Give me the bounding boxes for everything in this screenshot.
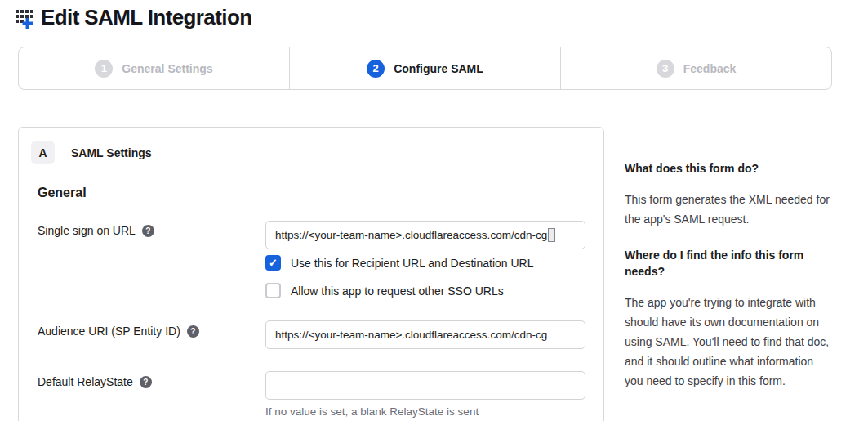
audience-uri-label: Audience URI (SP Entity ID) ? <box>38 325 199 338</box>
sidebar-heading-what: What does this form do? <box>625 160 832 177</box>
sidebar-body-where: The app you're trying to integrate with … <box>625 293 832 391</box>
unchecked-checkbox-icon[interactable] <box>265 283 281 298</box>
input-value: https://<your-team-name>.cloudflareacces… <box>275 229 547 241</box>
other-sso-urls-checkbox-row[interactable]: Allow this app to request other SSO URLs <box>265 283 504 298</box>
default-relaystate-label: Default RelayState ? <box>38 375 152 388</box>
help-icon[interactable]: ? <box>140 376 152 388</box>
section-title: SAML Settings <box>71 146 152 159</box>
section-a-badge: A <box>31 141 55 164</box>
sidebar-body-what: This form generates the XML needed for t… <box>625 190 832 229</box>
step-number-badge: 2 <box>367 60 385 78</box>
step-feedback[interactable]: 3 Feedback <box>560 47 831 89</box>
help-icon[interactable]: ? <box>142 225 154 237</box>
field-label-text: Single sign on URL <box>38 224 136 237</box>
section-header: A SAML Settings <box>31 141 152 164</box>
app-grid-plus-icon <box>15 7 36 29</box>
checkbox-label: Allow this app to request other SSO URLs <box>291 284 504 298</box>
step-number-badge: 1 <box>95 60 113 78</box>
help-sidebar: What does this form do? This form genera… <box>625 160 832 409</box>
text-cursor <box>548 228 555 242</box>
edit-saml-integration-page: Edit SAML Integration 1 General Settings… <box>0 0 868 421</box>
wizard-stepper: 1 General Settings 2 Configure SAML 3 Fe… <box>18 47 832 90</box>
default-relaystate-input[interactable] <box>265 371 585 400</box>
single-sign-on-url-input[interactable]: https://<your-team-name>.cloudflareacces… <box>265 221 585 249</box>
checked-checkbox-icon[interactable]: ✓ <box>265 255 281 271</box>
help-icon[interactable]: ? <box>187 325 199 338</box>
relaystate-note: If no value is set, a blank RelayState i… <box>265 405 479 418</box>
recipient-url-checkbox-row[interactable]: ✓ Use this for Recipient URL and Destina… <box>265 255 534 271</box>
field-label-text: Audience URI (SP Entity ID) <box>38 325 180 338</box>
sidebar-heading-where: Where do I find the info this form needs… <box>625 247 832 280</box>
step-label: General Settings <box>122 62 212 75</box>
step-label: Feedback <box>683 62 737 75</box>
general-group-heading: General <box>38 186 87 200</box>
checkbox-label: Use this for Recipient URL and Destinati… <box>291 257 534 270</box>
page-title: Edit SAML Integration <box>41 5 251 30</box>
step-general-settings[interactable]: 1 General Settings <box>19 47 289 89</box>
step-configure-saml[interactable]: 2 Configure SAML <box>289 47 560 89</box>
single-sign-on-url-label: Single sign on URL ? <box>38 224 154 237</box>
saml-settings-panel: A SAML Settings General Single sign on U… <box>18 127 604 421</box>
page-header: Edit SAML Integration <box>15 5 251 30</box>
field-label-text: Default RelayState <box>38 375 133 388</box>
audience-uri-input[interactable] <box>265 320 585 349</box>
step-label: Configure SAML <box>394 62 483 75</box>
step-number-badge: 3 <box>657 60 674 78</box>
